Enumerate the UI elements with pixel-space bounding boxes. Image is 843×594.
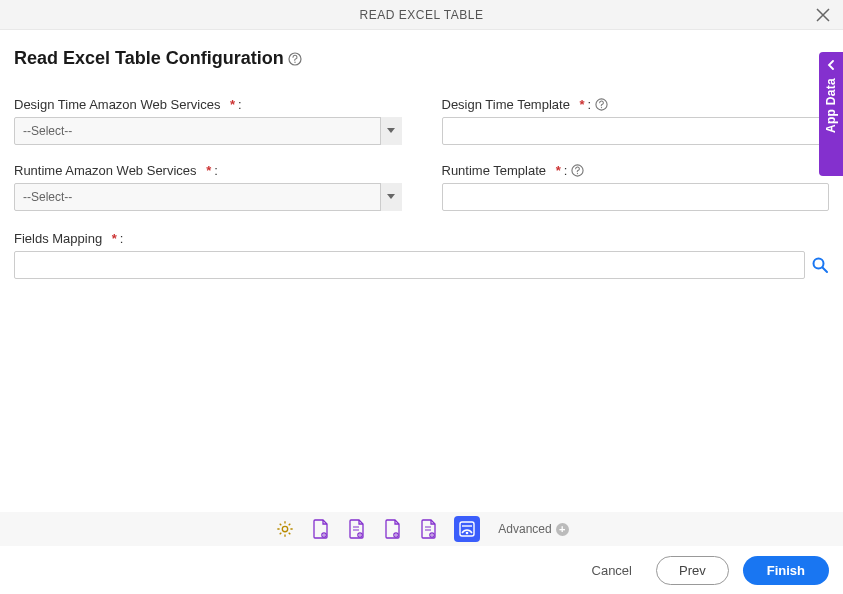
- field-label: Design Time Template *:: [442, 97, 830, 112]
- nav-icon-doc1[interactable]: [310, 518, 332, 540]
- close-icon: [816, 8, 830, 22]
- side-tab-label: App Data: [824, 78, 838, 133]
- label-text: Design Time Amazon Web Services: [14, 97, 220, 112]
- svg-point-16: [432, 534, 434, 536]
- close-button[interactable]: [813, 5, 833, 25]
- label-text: Design Time Template: [442, 97, 570, 112]
- label-colon: :: [564, 163, 568, 178]
- label-colon: :: [588, 97, 592, 112]
- footer-actions: Cancel Prev Finish: [0, 546, 843, 594]
- field-label: Fields Mapping *:: [14, 231, 829, 246]
- nav-icon-doc4[interactable]: [418, 518, 440, 540]
- magnifier-icon: [811, 256, 829, 274]
- lookup-button[interactable]: [811, 256, 829, 274]
- svg-point-14: [396, 534, 398, 536]
- required-marker: *: [206, 163, 211, 178]
- finish-button[interactable]: Finish: [743, 556, 829, 585]
- label-colon: :: [238, 97, 242, 112]
- label-colon: :: [214, 163, 218, 178]
- plus-circle-icon: +: [556, 523, 569, 536]
- field-label: Runtime Amazon Web Services *:: [14, 163, 402, 178]
- dialog-title: READ EXCEL TABLE: [360, 8, 484, 22]
- nav-icon-active[interactable]: [454, 516, 480, 542]
- step-nav-bar: Advanced +: [0, 512, 843, 546]
- page-title-row: Read Excel Table Configuration: [14, 48, 829, 69]
- help-icon[interactable]: [570, 164, 584, 178]
- nav-icon-doc2[interactable]: [346, 518, 368, 540]
- required-marker: *: [580, 97, 585, 112]
- help-icon[interactable]: [594, 98, 608, 112]
- select-runtime-aws[interactable]: --Select--: [14, 183, 402, 211]
- svg-point-10: [324, 534, 326, 536]
- document-gear-icon: [420, 519, 438, 539]
- nav-icon-doc3[interactable]: [382, 518, 404, 540]
- label-colon: :: [120, 231, 124, 246]
- required-marker: *: [112, 231, 117, 246]
- cancel-button[interactable]: Cancel: [582, 557, 642, 584]
- field-runtime-template: Runtime Template *:: [442, 163, 830, 211]
- required-marker: *: [556, 163, 561, 178]
- chevron-left-icon: [826, 60, 836, 70]
- label-text: Fields Mapping: [14, 231, 102, 246]
- mapping-row: [14, 251, 829, 279]
- svg-point-3: [601, 107, 602, 108]
- dialog-header: READ EXCEL TABLE: [0, 0, 843, 30]
- nav-icon-settings[interactable]: [274, 518, 296, 540]
- advanced-link[interactable]: Advanced +: [498, 522, 568, 536]
- input-fields-mapping[interactable]: [14, 251, 805, 279]
- field-design-aws: Design Time Amazon Web Services *: --Sel…: [14, 97, 402, 145]
- svg-point-5: [577, 173, 578, 174]
- label-text: Runtime Amazon Web Services: [14, 163, 197, 178]
- select-value: --Select--: [14, 117, 402, 145]
- side-tab-app-data[interactable]: App Data: [819, 52, 843, 176]
- field-mapping: Fields Mapping *:: [14, 231, 829, 279]
- document-gear-icon: [384, 519, 402, 539]
- help-icon[interactable]: [288, 52, 302, 66]
- prev-button[interactable]: Prev: [656, 556, 729, 585]
- svg-point-1: [294, 61, 295, 62]
- field-design-template: Design Time Template *:: [442, 97, 830, 145]
- page-title: Read Excel Table Configuration: [14, 48, 284, 69]
- field-label: Design Time Amazon Web Services *:: [14, 97, 402, 112]
- document-gear-icon: [312, 519, 330, 539]
- select-design-aws[interactable]: --Select--: [14, 117, 402, 145]
- input-design-template[interactable]: [442, 117, 830, 145]
- field-runtime-aws: Runtime Amazon Web Services *: --Select-…: [14, 163, 402, 211]
- svg-point-18: [466, 532, 469, 535]
- select-value: --Select--: [14, 183, 402, 211]
- advanced-label: Advanced: [498, 522, 551, 536]
- input-runtime-template[interactable]: [442, 183, 830, 211]
- preview-icon: [458, 520, 476, 538]
- form-grid: Design Time Amazon Web Services *: --Sel…: [14, 97, 829, 211]
- document-gear-icon: [348, 519, 366, 539]
- required-marker: *: [230, 97, 235, 112]
- gear-icon: [276, 520, 294, 538]
- field-label: Runtime Template *:: [442, 163, 830, 178]
- svg-point-8: [283, 526, 288, 531]
- content-area: Read Excel Table Configuration Design Ti…: [0, 30, 843, 297]
- label-text: Runtime Template: [442, 163, 547, 178]
- svg-line-7: [823, 268, 828, 273]
- svg-point-12: [360, 534, 362, 536]
